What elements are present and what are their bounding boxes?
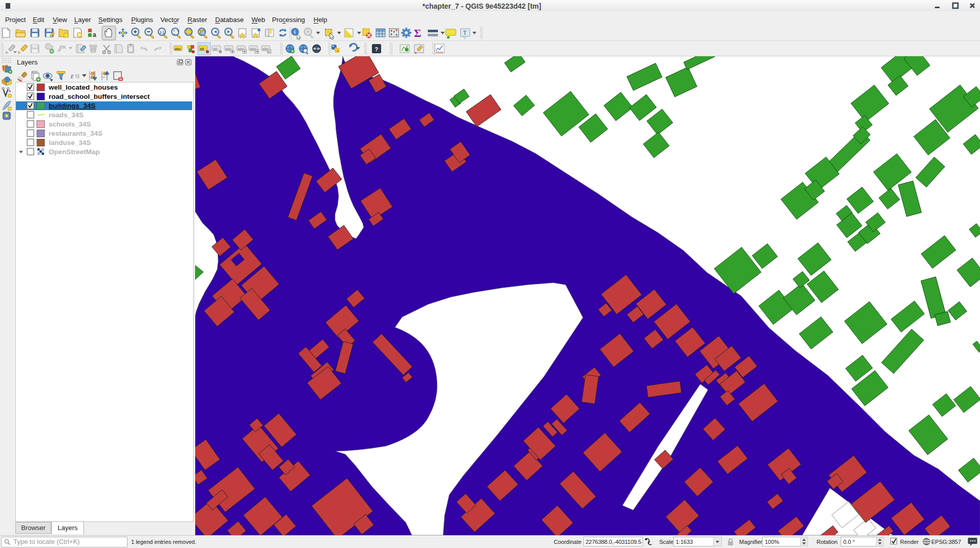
- svg-text:i: i: [294, 29, 296, 35]
- svg-text:buildings_34S: buildings_34S: [49, 102, 96, 110]
- svg-text:ε: ε: [71, 72, 74, 80]
- svg-text:Σ: Σ: [414, 27, 421, 39]
- svg-text:1:1: 1:1: [160, 31, 165, 34]
- svg-text:landuse_34S: landuse_34S: [49, 139, 91, 146]
- svg-text:abc: abc: [225, 47, 232, 51]
- svg-text:T: T: [463, 30, 467, 36]
- svg-text:ab: ab: [213, 47, 217, 51]
- svg-text:abc: abc: [175, 47, 181, 51]
- svg-text:ab: ab: [200, 47, 204, 51]
- svg-text:a: a: [93, 31, 96, 38]
- svg-text:?: ?: [375, 46, 379, 52]
- svg-text:well_located_houses: well_located_houses: [48, 83, 118, 91]
- svg-text:road_school_buffers_intersect: road_school_buffers_intersect: [49, 93, 150, 100]
- svg-text:schools_34S: schools_34S: [49, 120, 91, 128]
- svg-text:restaurants_34S: restaurants_34S: [49, 130, 102, 137]
- svg-text:OpenStreetMap: OpenStreetMap: [49, 148, 100, 156]
- svg-text:roads_34S: roads_34S: [49, 111, 84, 119]
